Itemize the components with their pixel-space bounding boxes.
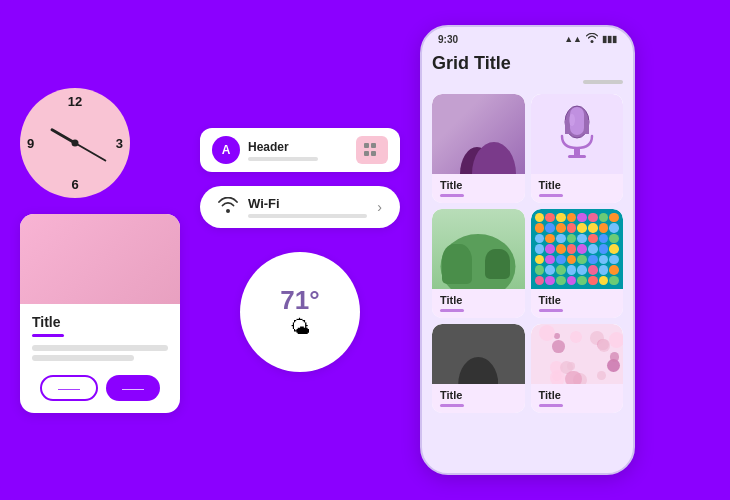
grid-item-4[interactable]: Title: [531, 209, 624, 318]
svg-rect-8: [574, 148, 580, 156]
clock-number-9: 9: [27, 135, 34, 150]
grid-item-1-underline: [440, 194, 464, 197]
wifi-widget[interactable]: Wi-Fi ›: [200, 186, 400, 228]
wifi-arrow-icon: ›: [377, 199, 382, 215]
grid-item-3-title: Title: [440, 294, 517, 306]
grid-item-3-label: Title: [432, 289, 525, 318]
grid-item-2-label: Title: [531, 174, 624, 203]
weather-icon-row: 🌤: [290, 316, 310, 339]
grid-item-1-label: Title: [432, 174, 525, 203]
grid-item-2[interactable]: Title: [531, 94, 624, 203]
wifi-text: Wi-Fi: [248, 196, 367, 218]
microphone-icon: [552, 102, 602, 167]
card-image: [20, 214, 180, 304]
grid-image-5: [432, 324, 525, 384]
header-avatar: A: [212, 136, 240, 164]
grid-item-6[interactable]: Title: [531, 324, 624, 413]
header-action-icon[interactable]: [356, 136, 388, 164]
clock-number-6: 6: [71, 177, 78, 192]
card-line-2: [32, 355, 134, 361]
grid-item-5[interactable]: Title: [432, 324, 525, 413]
grid-item-6-underline: [539, 404, 563, 407]
left-column: 12 3 6 9 Title —— ——: [20, 88, 180, 413]
card-content: Title: [20, 304, 180, 375]
middle-column: A Header: [200, 128, 400, 372]
card-button-outline[interactable]: ——: [40, 375, 98, 401]
grid-item-1[interactable]: Title: [432, 94, 525, 203]
svg-rect-9: [568, 155, 586, 158]
card-title: Title: [32, 314, 168, 330]
grid-image-2: [531, 94, 624, 174]
phone-grid-title: Grid Title: [432, 49, 623, 80]
header-text: Header: [248, 140, 348, 161]
grid-item-5-label: Title: [432, 384, 525, 413]
battery-icon: ▮▮▮: [602, 34, 617, 44]
header-widget: A Header: [200, 128, 400, 172]
grid-image-6: [531, 324, 624, 384]
phone-status-icons: ▲▲ ▮▮▮: [564, 33, 617, 45]
svg-rect-3: [371, 151, 376, 156]
dot-grid-pattern: [531, 209, 624, 289]
silhouette-front: [472, 109, 517, 174]
clock-number-12: 12: [68, 94, 82, 109]
grid-item-1-title: Title: [440, 179, 517, 191]
grid-item-5-title: Title: [440, 389, 517, 401]
grid-item-5-underline: [440, 404, 464, 407]
phone-grid: Title: [432, 94, 623, 413]
phone-status-bar: 9:30 ▲▲ ▮▮▮: [422, 27, 633, 49]
svg-point-7: [569, 114, 575, 126]
svg-rect-1: [371, 143, 376, 148]
grid-item-2-underline: [539, 194, 563, 197]
phone-scroll-indicator: [583, 80, 623, 84]
grid-item-4-underline: [539, 309, 563, 312]
grid-image-3: [432, 209, 525, 289]
card-widget: Title —— ——: [20, 214, 180, 413]
wifi-bar: [248, 214, 367, 218]
card-text-lines: [32, 345, 168, 361]
wifi-status-icon: [586, 33, 598, 45]
card-title-underline: [32, 334, 64, 337]
signal-icon: ▲▲: [564, 34, 582, 44]
weather-temperature: 71°: [280, 285, 319, 316]
phone-content: Grid Title Title: [422, 49, 633, 413]
wifi-icon: [218, 197, 238, 217]
svg-rect-2: [364, 151, 369, 156]
grid-item-6-label: Title: [531, 384, 624, 413]
clock-widget: 12 3 6 9: [20, 88, 130, 198]
wifi-label: Wi-Fi: [248, 196, 367, 211]
grid-item-2-title: Title: [539, 179, 616, 191]
card-buttons: —— ——: [20, 375, 180, 413]
grid-item-4-title: Title: [539, 294, 616, 306]
card-line-1: [32, 345, 168, 351]
grid-item-4-label: Title: [531, 289, 624, 318]
svg-rect-0: [364, 143, 369, 148]
weather-widget: 71° 🌤: [240, 252, 360, 372]
sun-icon: 🌤: [290, 316, 310, 339]
phone-time: 9:30: [438, 34, 458, 45]
header-title: Header: [248, 140, 348, 154]
phone-widget: 9:30 ▲▲ ▮▮▮ Grid Title: [420, 25, 635, 475]
card-button-filled[interactable]: ——: [106, 375, 160, 401]
grid-item-3-underline: [440, 309, 464, 312]
clock-minute-hand: [75, 142, 107, 162]
grid-item-6-title: Title: [539, 389, 616, 401]
grid-image-1: [432, 94, 525, 174]
grid-image-4: [531, 209, 624, 289]
clock-center: [72, 139, 79, 146]
grid-item-3[interactable]: Title: [432, 209, 525, 318]
main-container: 12 3 6 9 Title —— ——: [0, 0, 730, 500]
clock-number-3: 3: [116, 135, 123, 150]
header-subtitle-line: [248, 157, 318, 161]
